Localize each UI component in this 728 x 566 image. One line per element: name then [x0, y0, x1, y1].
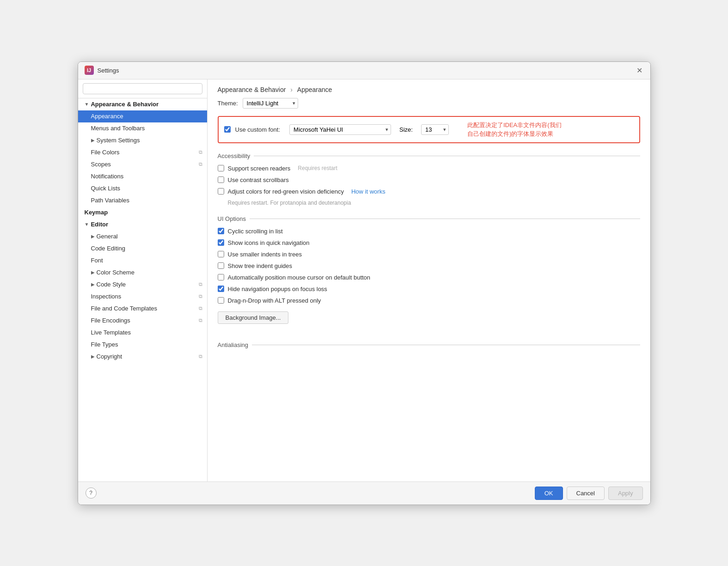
chevron-copyright: ▶: [91, 354, 95, 359]
sidebar-item-system-settings[interactable]: ▶ System Settings: [78, 134, 207, 146]
screen-readers-checkbox[interactable]: [218, 165, 224, 171]
ui-options-section: UI Options Cyclic scrolling in list Show…: [218, 215, 640, 332]
sidebar-item-appearance[interactable]: Appearance: [78, 110, 207, 122]
font-select[interactable]: Microsoft YaHei UI: [289, 124, 391, 135]
sidebar-item-label: Code Editing: [91, 245, 125, 252]
sidebar-item-font[interactable]: Font: [78, 255, 207, 267]
sidebar-item-color-scheme[interactable]: ▶ Color Scheme: [78, 267, 207, 279]
breadcrumb-parent: Appearance & Behavior: [218, 86, 286, 93]
search-input[interactable]: [83, 83, 202, 94]
requires-restart-hint: Requires restart: [298, 165, 337, 171]
sidebar-item-code-style[interactable]: ▶ Code Style ⧉: [78, 279, 207, 291]
chevron-general: ▶: [91, 234, 95, 239]
background-image-button[interactable]: Background Image...: [218, 311, 289, 324]
color-adjust-checkbox[interactable]: [218, 188, 224, 195]
custom-font-row: Use custom font: Microsoft YaHei UI Size…: [218, 116, 640, 143]
chevron-system-settings: ▶: [91, 138, 95, 143]
chevron-editor: ▼: [85, 222, 89, 227]
custom-font-checkbox[interactable]: [224, 126, 231, 133]
theme-select[interactable]: IntelliJ Light: [243, 98, 298, 109]
sidebar-item-label: File Types: [91, 341, 118, 348]
sidebar-item-label: File Encodings: [91, 317, 130, 324]
sidebar-item-code-editing[interactable]: Code Editing: [78, 243, 207, 255]
breadcrumb-current: Appearance: [297, 86, 332, 93]
footer: ? OK Cancel Apply: [78, 481, 650, 505]
sidebar-item-file-types[interactable]: File Types: [78, 339, 207, 351]
copy-icon-file-colors: ⧉: [199, 149, 202, 155]
hide-nav-popups-row: Hide navigation popups on focus loss: [218, 286, 640, 292]
sidebar-item-menus-toolbars[interactable]: Menus and Toolbars: [78, 122, 207, 134]
ui-options-title: UI Options: [218, 215, 640, 222]
sidebar-item-label: File Colors: [91, 149, 120, 156]
auto-position-mouse-label: Automatically position mouse cursor on d…: [228, 274, 371, 281]
smaller-indents-checkbox[interactable]: [218, 251, 224, 257]
sidebar-item-file-code-templates[interactable]: File and Code Templates ⧉: [78, 303, 207, 315]
cancel-button[interactable]: Cancel: [567, 487, 605, 500]
settings-window: IJ Settings ✕ 🔍 ▼ Appearance & Behavior …: [78, 61, 651, 505]
help-button[interactable]: ?: [86, 487, 97, 499]
how-it-works-link[interactable]: How it works: [351, 188, 385, 195]
copy-icon-scopes: ⧉: [199, 161, 202, 167]
sidebar-item-label: File and Code Templates: [91, 305, 158, 312]
settings-content: Theme: IntelliJ Light Use custom font: M…: [208, 98, 650, 481]
chevron-code-style: ▶: [91, 282, 95, 287]
close-button[interactable]: ✕: [636, 66, 644, 74]
sidebar-item-keymap[interactable]: Keymap: [78, 207, 207, 219]
sidebar-item-label: Path Variables: [91, 197, 130, 204]
color-adjust-hint: Requires restart. For protanopia and deu…: [228, 200, 640, 206]
antialiasing-title: Antialiasing: [218, 341, 640, 348]
annotation-text: 此配置决定了IDEA非文件内容(我们 自己创建的文件)的字体显示效果: [467, 121, 562, 139]
sidebar-item-live-templates[interactable]: Live Templates: [78, 327, 207, 339]
sidebar-item-label: System Settings: [97, 137, 140, 144]
sidebar-item-inspections[interactable]: Inspections ⧉: [78, 291, 207, 303]
chevron-color-scheme: ▶: [91, 270, 95, 275]
sidebar-item-file-colors[interactable]: File Colors ⧉: [78, 146, 207, 158]
apply-button[interactable]: Apply: [608, 487, 643, 500]
tree-indent-guides-checkbox[interactable]: [218, 262, 224, 269]
copy-icon-file-code-templates: ⧉: [199, 305, 202, 311]
sidebar-item-label: Editor: [91, 221, 108, 228]
smaller-indents-label: Use smaller indents in trees: [228, 251, 302, 258]
cyclic-scrolling-checkbox[interactable]: [218, 228, 224, 234]
main-panel: Appearance & Behavior › Appearance Theme…: [208, 79, 650, 481]
sidebar-item-label: Scopes: [91, 161, 111, 168]
sidebar-item-label: Menus and Toolbars: [91, 125, 145, 132]
contrast-scrollbars-checkbox[interactable]: [218, 176, 224, 183]
window-title: Settings: [98, 67, 119, 74]
custom-font-label: Use custom font:: [235, 126, 281, 133]
hide-nav-popups-label: Hide navigation popups on focus loss: [228, 286, 327, 292]
sidebar-item-quick-lists[interactable]: Quick Lists: [78, 183, 207, 195]
sidebar-item-label: General: [97, 233, 118, 240]
drag-drop-alt-checkbox[interactable]: [218, 297, 224, 304]
sidebar-item-general[interactable]: ▶ General: [78, 231, 207, 243]
hide-nav-popups-checkbox[interactable]: [218, 286, 224, 292]
copy-icon-inspections: ⧉: [199, 293, 202, 299]
sidebar-item-scopes[interactable]: Scopes ⧉: [78, 158, 207, 170]
show-icons-checkbox[interactable]: [218, 239, 224, 246]
size-select[interactable]: 13: [421, 124, 449, 135]
cyclic-scrolling-row: Cyclic scrolling in list: [218, 228, 640, 235]
search-wrapper: 🔍: [83, 83, 202, 94]
main-content-area: 🔍 ▼ Appearance & Behavior Appearance Men…: [78, 79, 650, 481]
sidebar-item-label: Appearance: [91, 113, 123, 120]
size-label: Size:: [399, 126, 413, 133]
contrast-scrollbars-label: Use contrast scrollbars: [228, 176, 289, 183]
drag-drop-alt-row: Drag-n-Drop with ALT pressed only: [218, 297, 640, 304]
sidebar-item-appearance-behavior[interactable]: ▼ Appearance & Behavior: [78, 98, 207, 110]
sidebar-item-label: Keymap: [85, 209, 108, 216]
sidebar-item-editor[interactable]: ▼ Editor: [78, 219, 207, 231]
smaller-indents-row: Use smaller indents in trees: [218, 251, 640, 258]
sidebar-item-file-encodings[interactable]: File Encodings ⧉: [78, 315, 207, 327]
sidebar-item-path-variables[interactable]: Path Variables: [78, 195, 207, 207]
size-select-wrapper: 13: [421, 124, 449, 135]
tree-indent-guides-label: Show tree indent guides: [228, 262, 292, 269]
sidebar-item-notifications[interactable]: Notifications: [78, 170, 207, 183]
auto-position-mouse-row: Automatically position mouse cursor on d…: [218, 274, 640, 281]
ok-button[interactable]: OK: [535, 487, 563, 500]
sidebar-item-label: Copyright: [97, 353, 122, 360]
screen-readers-label: Support screen readers: [228, 165, 291, 172]
sidebar-item-label: Inspections: [91, 293, 122, 300]
accessibility-section: Accessibility Support screen readers Req…: [218, 152, 640, 206]
sidebar-item-copyright[interactable]: ▶ Copyright ⧉: [78, 351, 207, 363]
auto-position-mouse-checkbox[interactable]: [218, 274, 224, 280]
